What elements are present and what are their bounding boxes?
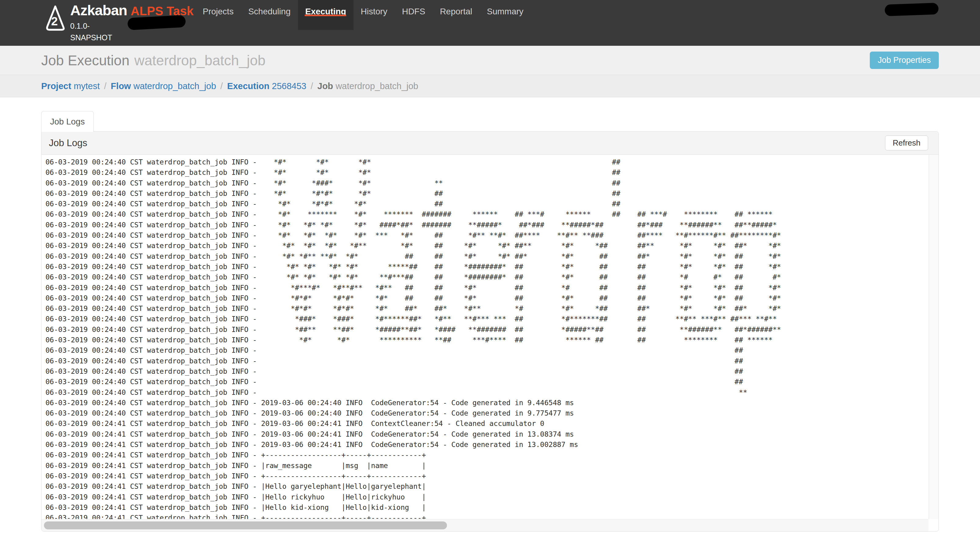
breadcrumb: Project mytest/Flow waterdrop_batch_job/…	[0, 75, 980, 97]
brand-version-line1: 0.1.0-	[70, 20, 112, 32]
nav-items: ProjectsSchedulingExecutingHistoryHDFSRe…	[196, 0, 531, 30]
log-content[interactable]: 06-03-2019 00:24:40 CST waterdrop_batch_…	[41, 155, 928, 519]
tab-job-logs[interactable]: Job Logs	[41, 111, 94, 132]
brand-version-line2: SNAPSHOT	[70, 32, 112, 43]
nav-item-executing[interactable]: Executing	[298, 0, 353, 30]
horizontal-scrollbar-thumb[interactable]	[44, 521, 447, 529]
redaction-blob-brand	[127, 15, 186, 30]
breadcrumb-separator: /	[306, 81, 317, 91]
redaction-blob-user	[885, 3, 939, 16]
breadcrumb-project[interactable]: Project mytest	[41, 81, 100, 91]
refresh-button[interactable]: Refresh	[885, 135, 928, 151]
navbar: 2 Azkaban ALPS Task 0.1.0- SNAPSHOT Proj…	[0, 0, 980, 46]
breadcrumb-flow[interactable]: Flow waterdrop_batch_job	[111, 81, 216, 91]
panel-title: Job Logs	[49, 138, 88, 149]
job-logs-panel: Job Logs Refresh 06-03-2019 00:24:40 CST…	[41, 131, 939, 532]
page-subtitle: waterdrop_batch_job	[134, 52, 266, 69]
nav-item-reportal[interactable]: Reportal	[433, 0, 480, 30]
brand-title: Azkaban	[70, 2, 127, 19]
breadcrumb-separator: /	[100, 81, 111, 91]
vertical-scrollbar-gutter[interactable]	[929, 155, 939, 519]
brand-version: 0.1.0- SNAPSHOT	[70, 20, 112, 43]
breadcrumb-job: Job waterdrop_batch_job	[318, 81, 418, 91]
content-area: Job Logs Job Logs Refresh 06-03-2019 00:…	[0, 97, 980, 537]
breadcrumb-execution[interactable]: Execution 2568453	[227, 81, 307, 91]
page-header: Job Execution waterdrop_batch_job Job Pr…	[0, 46, 980, 75]
nav-item-summary[interactable]: Summary	[480, 0, 531, 30]
nav-item-history[interactable]: History	[353, 0, 395, 30]
breadcrumb-separator: /	[216, 81, 227, 91]
job-properties-button[interactable]: Job Properties	[870, 52, 939, 69]
nav-item-hdfs[interactable]: HDFS	[395, 0, 433, 30]
azkaban-logo[interactable]: 2	[45, 4, 65, 32]
log-viewport: 06-03-2019 00:24:40 CST waterdrop_batch_…	[41, 155, 939, 531]
svg-text:2: 2	[51, 15, 58, 28]
panel-header: Job Logs Refresh	[41, 132, 939, 155]
page-title: Job Execution	[41, 52, 129, 69]
nav-item-scheduling[interactable]: Scheduling	[241, 0, 298, 30]
nav-item-projects[interactable]: Projects	[196, 0, 241, 30]
horizontal-scrollbar[interactable]	[41, 519, 928, 531]
